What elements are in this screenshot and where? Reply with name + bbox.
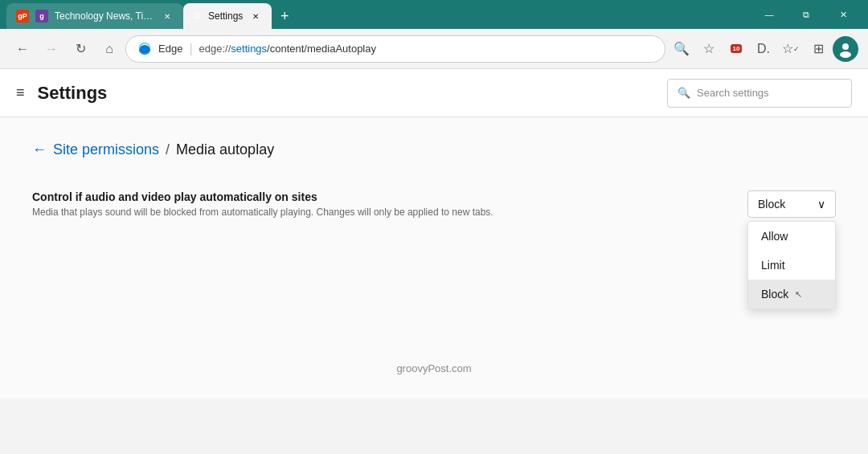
url-path-suffix: /content/mediaAutoplay — [267, 43, 376, 55]
dropdown-container: Block ∨ Allow Limit Block ↖ — [747, 190, 836, 218]
content-area: ← Site permissions / Media autoplay Cont… — [0, 117, 868, 399]
todo-icon[interactable]: 10 — [723, 36, 749, 62]
breadcrumb-separator: / — [166, 141, 170, 158]
dropdown-option-allow-label: Allow — [761, 230, 788, 243]
tab-news-favicon-g: g — [35, 10, 48, 22]
tab-news-favicon-gp: gP — [16, 10, 29, 22]
tab-settings[interactable]: ⚙ Settings ✕ — [183, 3, 272, 29]
tab-settings-favicon: ⚙ — [193, 10, 202, 22]
title-bar: gP g Technology News, Tips, Reviews. ✕ ⚙… — [0, 0, 868, 29]
dropdown-option-block[interactable]: Block ↖ — [748, 280, 835, 309]
dropdown-option-limit[interactable]: Limit — [748, 251, 835, 280]
setting-desc: Media that plays sound will be blocked f… — [32, 207, 493, 218]
close-button[interactable]: ✕ — [825, 0, 862, 29]
collections-icon[interactable]: ⊞ — [805, 36, 831, 62]
dropdown-selected-value: Block — [758, 198, 785, 211]
edge-logo — [137, 42, 152, 56]
tab-settings-close[interactable]: ✕ — [249, 10, 262, 22]
settings-header: ≡ Settings 🔍 Search settings — [0, 69, 868, 117]
settings-search-icon: 🔍 — [678, 87, 690, 99]
breadcrumb-back-arrow[interactable]: ← — [32, 141, 47, 158]
favorites-icon[interactable]: ☆ — [696, 36, 722, 62]
favorites-bar-icon[interactable]: ☆✓ — [778, 36, 804, 62]
settings-menu-icon[interactable]: ≡ — [16, 84, 25, 101]
setting-row: Control if audio and video play automati… — [32, 182, 836, 226]
tab-settings-label: Settings — [208, 10, 243, 22]
settings-search[interactable]: 🔍 Search settings — [667, 79, 852, 108]
window-controls: — ⧉ ✕ — [751, 0, 862, 29]
tab-news[interactable]: gP g Technology News, Tips, Reviews. ✕ — [6, 3, 183, 29]
breadcrumb-current: Media autoplay — [176, 141, 274, 158]
address-url: edge://settings/content/mediaAutoplay — [199, 43, 376, 55]
forward-button[interactable]: → — [39, 36, 64, 62]
svg-point-1 — [842, 43, 849, 50]
breadcrumb-parent-link[interactable]: Site permissions — [53, 141, 159, 158]
settings-search-placeholder: Search settings — [697, 87, 769, 99]
url-path: settings — [231, 43, 267, 55]
address-bar[interactable]: Edge | edge://settings/content/mediaAuto… — [125, 35, 665, 63]
autoplay-dropdown-button[interactable]: Block ∨ — [747, 190, 836, 218]
dropdown-menu: Allow Limit Block ↖ — [747, 221, 836, 309]
dropdown-option-block-label: Block — [761, 288, 788, 301]
setting-label: Control if audio and video play automati… — [32, 190, 493, 203]
edge-label: Edge — [158, 43, 182, 55]
refresh-button[interactable]: ↻ — [68, 36, 93, 62]
new-tab-button[interactable]: + — [272, 3, 297, 29]
search-toolbar-icon[interactable]: 🔍 — [669, 36, 694, 62]
svg-point-2 — [840, 51, 851, 58]
setting-text: Control if audio and video play automati… — [32, 190, 493, 218]
back-button[interactable]: ← — [10, 36, 35, 62]
minimize-button[interactable]: — — [751, 0, 788, 29]
footer: groovyPost.com — [0, 346, 868, 391]
address-divider: | — [189, 42, 192, 56]
dropdown-chevron: ∨ — [817, 198, 825, 211]
breadcrumb: ← Site permissions / Media autoplay — [32, 141, 836, 158]
cursor-indicator: ↖ — [795, 289, 802, 300]
settings-title: Settings — [38, 83, 108, 104]
toolbar-icons: 🔍 ☆ 10 D. ☆✓ ⊞ — [669, 36, 858, 62]
tab-news-close[interactable]: ✕ — [161, 10, 174, 22]
tab-news-label: Technology News, Tips, Reviews. — [55, 10, 154, 22]
profile-avatar[interactable] — [833, 36, 858, 62]
restore-button[interactable]: ⧉ — [788, 0, 825, 29]
home-button[interactable]: ⌂ — [96, 36, 122, 62]
footer-text: groovyPost.com — [396, 362, 471, 374]
url-protocol: edge:// — [199, 43, 231, 55]
dropdown-option-allow[interactable]: Allow — [748, 222, 835, 251]
dropdown-option-limit-label: Limit — [761, 259, 785, 272]
todo-badge: 10 — [731, 44, 743, 53]
tabs-container: gP g Technology News, Tips, Reviews. ✕ ⚙… — [6, 0, 747, 29]
address-bar-row: ← → ↻ ⌂ Edge | edge://settings/content/m… — [0, 29, 868, 69]
extensions-icon[interactable]: D. — [751, 36, 776, 62]
